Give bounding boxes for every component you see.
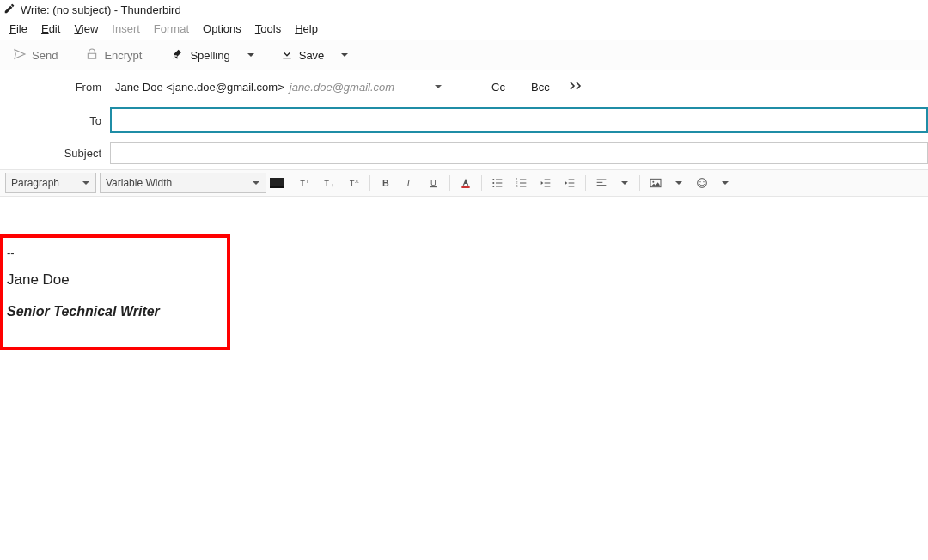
svg-text:T: T [306, 179, 309, 184]
svg-text:T: T [324, 179, 329, 187]
menu-help[interactable]: Help [289, 21, 324, 37]
menu-edit[interactable]: Edit [35, 21, 66, 37]
signature-title: Senior Technical Writer [7, 304, 222, 320]
encrypt-label: Encrypt [104, 49, 142, 62]
font-family-select[interactable]: Variable Width [100, 173, 266, 193]
svg-text:3: 3 [516, 184, 518, 188]
emoji-dropdown[interactable] [716, 173, 735, 192]
font-family-label: Variable Width [106, 177, 172, 189]
pencil-icon [3, 3, 15, 17]
encrypt-button[interactable]: Encrypt [77, 44, 150, 67]
text-color-icon[interactable] [455, 173, 476, 193]
send-button[interactable]: Send [5, 44, 65, 67]
bullet-list-button[interactable] [487, 173, 508, 193]
svg-text:T: T [300, 179, 305, 187]
send-label: Send [32, 49, 58, 62]
menu-insert[interactable]: Insert [106, 21, 146, 37]
send-icon [13, 47, 27, 64]
indent-button[interactable] [559, 173, 580, 193]
font-size-increase-button[interactable]: TT [296, 173, 316, 193]
subject-field[interactable] [110, 142, 928, 164]
spelling-dropdown[interactable] [241, 46, 260, 64]
menu-options[interactable]: Options [197, 21, 247, 37]
svg-point-35 [698, 179, 707, 188]
svg-text:T: T [350, 179, 355, 187]
svg-text:B: B [382, 178, 389, 188]
outdent-button[interactable] [535, 173, 556, 193]
from-label: From [0, 81, 110, 94]
align-button[interactable] [591, 173, 612, 193]
insert-image-dropdown[interactable] [669, 173, 688, 192]
download-icon [280, 47, 294, 64]
italic-button[interactable]: I [400, 173, 420, 193]
paragraph-style-label: Paragraph [11, 177, 59, 189]
lock-icon [85, 47, 99, 64]
save-label: Save [299, 49, 325, 62]
from-identity-dropdown[interactable]: Jane Doe <jane.doe@gmail.com> jane.doe@g… [110, 79, 448, 95]
emoji-button[interactable] [692, 173, 712, 193]
chevron-down-icon [434, 81, 443, 94]
menu-format[interactable]: Format [148, 21, 195, 37]
menu-view[interactable]: View [68, 21, 104, 37]
from-identity: Jane Doe <jane.doe@gmail.com> [115, 81, 284, 94]
spellcheck-icon [171, 47, 185, 64]
compose-toolbar: Send Encrypt Spelling Save [0, 40, 928, 70]
insert-image-button[interactable] [645, 173, 666, 193]
svg-text:I: I [407, 178, 410, 188]
font-size-decrease-button[interactable]: T↓ [320, 173, 340, 193]
to-field[interactable] [110, 107, 928, 133]
formatting-toolbar: Paragraph Variable Width TT T↓ T B I U 1… [0, 169, 928, 197]
svg-point-37 [703, 181, 704, 182]
svg-point-12 [492, 179, 494, 180]
divider [467, 80, 467, 95]
window-titlebar: Write: (no subject) - Thunderbird [0, 0, 928, 19]
paragraph-style-select[interactable]: Paragraph [5, 173, 96, 193]
signature-name: Jane Doe [7, 271, 222, 289]
window-title: Write: (no subject) - Thunderbird [21, 3, 181, 16]
svg-rect-11 [461, 186, 469, 188]
remove-format-button[interactable]: T [344, 173, 364, 193]
svg-point-13 [492, 182, 494, 184]
bold-button[interactable]: B [375, 173, 396, 193]
menu-tools[interactable]: Tools [249, 21, 287, 37]
save-button[interactable]: Save [272, 44, 333, 67]
menubar: File Edit View Insert Format Options Too… [0, 19, 928, 40]
signature-separator: -- [7, 247, 222, 259]
svg-text:U: U [430, 179, 437, 187]
spelling-button[interactable]: Spelling [163, 44, 237, 67]
numbered-list-button[interactable]: 123 [511, 173, 532, 193]
from-account: jane.doe@gmail.com [290, 81, 394, 94]
svg-text:↓: ↓ [331, 182, 333, 187]
menu-file[interactable]: File [3, 21, 34, 37]
more-recipients-button[interactable] [569, 81, 584, 94]
compose-headers: From Jane Doe <jane.doe@gmail.com> jane.… [0, 70, 928, 169]
svg-point-36 [699, 181, 700, 182]
underline-button[interactable]: U [424, 173, 444, 193]
spelling-label: Spelling [190, 49, 229, 62]
text-color-button[interactable] [270, 178, 284, 188]
bcc-button[interactable]: Bcc [526, 79, 555, 95]
svg-point-14 [492, 186, 494, 187]
signature-highlight-box: -- Jane Doe Senior Technical Writer [0, 234, 230, 350]
subject-label: Subject [0, 147, 110, 160]
align-dropdown[interactable] [615, 173, 634, 192]
svg-point-34 [652, 181, 654, 183]
message-body[interactable]: -- Jane Doe Senior Technical Writer [0, 197, 928, 557]
cc-button[interactable]: Cc [486, 79, 510, 95]
save-dropdown[interactable] [335, 46, 354, 64]
to-label: To [0, 114, 110, 127]
